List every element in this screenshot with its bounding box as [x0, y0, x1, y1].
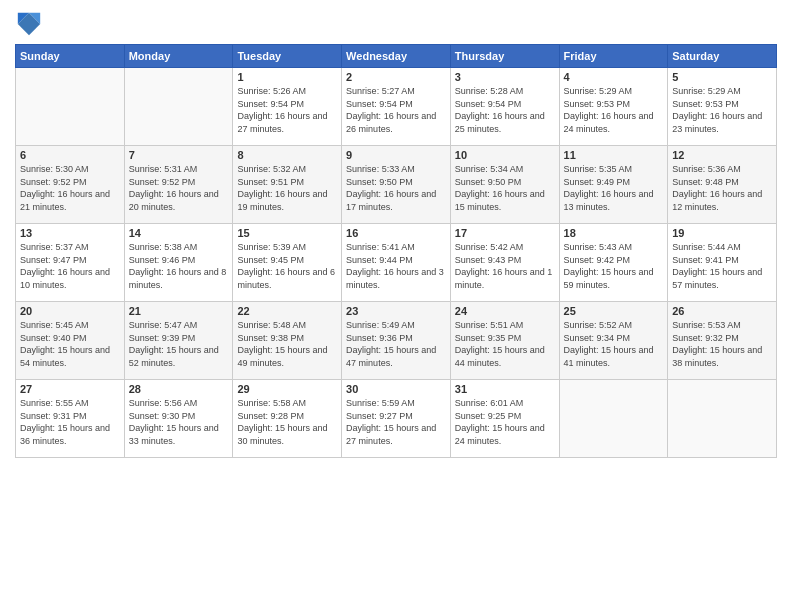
calendar-cell: 29Sunrise: 5:58 AMSunset: 9:28 PMDayligh… — [233, 380, 342, 458]
day-info: Sunrise: 5:45 AMSunset: 9:40 PMDaylight:… — [20, 319, 120, 369]
day-number: 21 — [129, 305, 229, 317]
calendar-cell: 7Sunrise: 5:31 AMSunset: 9:52 PMDaylight… — [124, 146, 233, 224]
calendar-cell — [559, 380, 668, 458]
day-number: 30 — [346, 383, 446, 395]
day-info: Sunrise: 5:38 AMSunset: 9:46 PMDaylight:… — [129, 241, 229, 291]
day-info: Sunrise: 5:37 AMSunset: 9:47 PMDaylight:… — [20, 241, 120, 291]
day-number: 20 — [20, 305, 120, 317]
day-number: 27 — [20, 383, 120, 395]
day-info: Sunrise: 5:43 AMSunset: 9:42 PMDaylight:… — [564, 241, 664, 291]
calendar-cell: 2Sunrise: 5:27 AMSunset: 9:54 PMDaylight… — [342, 68, 451, 146]
day-info: Sunrise: 5:41 AMSunset: 9:44 PMDaylight:… — [346, 241, 446, 291]
calendar-header-row: SundayMondayTuesdayWednesdayThursdayFrid… — [16, 45, 777, 68]
calendar-weekday-monday: Monday — [124, 45, 233, 68]
day-info: Sunrise: 5:58 AMSunset: 9:28 PMDaylight:… — [237, 397, 337, 447]
day-number: 13 — [20, 227, 120, 239]
day-number: 5 — [672, 71, 772, 83]
calendar-cell: 8Sunrise: 5:32 AMSunset: 9:51 PMDaylight… — [233, 146, 342, 224]
day-info: Sunrise: 5:53 AMSunset: 9:32 PMDaylight:… — [672, 319, 772, 369]
day-info: Sunrise: 5:34 AMSunset: 9:50 PMDaylight:… — [455, 163, 555, 213]
day-number: 15 — [237, 227, 337, 239]
calendar-cell: 24Sunrise: 5:51 AMSunset: 9:35 PMDayligh… — [450, 302, 559, 380]
logo-icon — [15, 10, 43, 38]
day-info: Sunrise: 5:35 AMSunset: 9:49 PMDaylight:… — [564, 163, 664, 213]
calendar-cell: 26Sunrise: 5:53 AMSunset: 9:32 PMDayligh… — [668, 302, 777, 380]
calendar-cell: 30Sunrise: 5:59 AMSunset: 9:27 PMDayligh… — [342, 380, 451, 458]
calendar-weekday-thursday: Thursday — [450, 45, 559, 68]
calendar-cell: 22Sunrise: 5:48 AMSunset: 9:38 PMDayligh… — [233, 302, 342, 380]
calendar-cell — [16, 68, 125, 146]
day-info: Sunrise: 5:44 AMSunset: 9:41 PMDaylight:… — [672, 241, 772, 291]
day-info: Sunrise: 5:28 AMSunset: 9:54 PMDaylight:… — [455, 85, 555, 135]
day-info: Sunrise: 5:49 AMSunset: 9:36 PMDaylight:… — [346, 319, 446, 369]
day-info: Sunrise: 5:52 AMSunset: 9:34 PMDaylight:… — [564, 319, 664, 369]
day-number: 25 — [564, 305, 664, 317]
calendar-cell: 25Sunrise: 5:52 AMSunset: 9:34 PMDayligh… — [559, 302, 668, 380]
calendar-cell: 28Sunrise: 5:56 AMSunset: 9:30 PMDayligh… — [124, 380, 233, 458]
day-info: Sunrise: 5:33 AMSunset: 9:50 PMDaylight:… — [346, 163, 446, 213]
calendar-cell: 1Sunrise: 5:26 AMSunset: 9:54 PMDaylight… — [233, 68, 342, 146]
calendar-cell: 13Sunrise: 5:37 AMSunset: 9:47 PMDayligh… — [16, 224, 125, 302]
day-number: 14 — [129, 227, 229, 239]
day-info: Sunrise: 5:42 AMSunset: 9:43 PMDaylight:… — [455, 241, 555, 291]
calendar-weekday-friday: Friday — [559, 45, 668, 68]
day-number: 29 — [237, 383, 337, 395]
day-number: 9 — [346, 149, 446, 161]
calendar-cell: 12Sunrise: 5:36 AMSunset: 9:48 PMDayligh… — [668, 146, 777, 224]
day-info: Sunrise: 5:48 AMSunset: 9:38 PMDaylight:… — [237, 319, 337, 369]
calendar-cell: 9Sunrise: 5:33 AMSunset: 9:50 PMDaylight… — [342, 146, 451, 224]
day-info: Sunrise: 5:30 AMSunset: 9:52 PMDaylight:… — [20, 163, 120, 213]
day-info: Sunrise: 5:39 AMSunset: 9:45 PMDaylight:… — [237, 241, 337, 291]
day-info: Sunrise: 5:51 AMSunset: 9:35 PMDaylight:… — [455, 319, 555, 369]
calendar-weekday-sunday: Sunday — [16, 45, 125, 68]
day-info: Sunrise: 5:32 AMSunset: 9:51 PMDaylight:… — [237, 163, 337, 213]
day-number: 28 — [129, 383, 229, 395]
calendar-cell: 5Sunrise: 5:29 AMSunset: 9:53 PMDaylight… — [668, 68, 777, 146]
calendar-week-row: 6Sunrise: 5:30 AMSunset: 9:52 PMDaylight… — [16, 146, 777, 224]
day-number: 18 — [564, 227, 664, 239]
day-number: 19 — [672, 227, 772, 239]
logo — [15, 10, 47, 38]
day-info: Sunrise: 5:47 AMSunset: 9:39 PMDaylight:… — [129, 319, 229, 369]
day-number: 8 — [237, 149, 337, 161]
day-number: 2 — [346, 71, 446, 83]
page: SundayMondayTuesdayWednesdayThursdayFrid… — [0, 0, 792, 612]
calendar-cell: 14Sunrise: 5:38 AMSunset: 9:46 PMDayligh… — [124, 224, 233, 302]
calendar-cell: 19Sunrise: 5:44 AMSunset: 9:41 PMDayligh… — [668, 224, 777, 302]
day-info: Sunrise: 5:27 AMSunset: 9:54 PMDaylight:… — [346, 85, 446, 135]
calendar-cell: 31Sunrise: 6:01 AMSunset: 9:25 PMDayligh… — [450, 380, 559, 458]
day-number: 17 — [455, 227, 555, 239]
calendar-cell: 15Sunrise: 5:39 AMSunset: 9:45 PMDayligh… — [233, 224, 342, 302]
calendar-cell: 4Sunrise: 5:29 AMSunset: 9:53 PMDaylight… — [559, 68, 668, 146]
calendar-cell: 3Sunrise: 5:28 AMSunset: 9:54 PMDaylight… — [450, 68, 559, 146]
header — [15, 10, 777, 38]
day-number: 11 — [564, 149, 664, 161]
calendar-weekday-tuesday: Tuesday — [233, 45, 342, 68]
day-number: 26 — [672, 305, 772, 317]
day-number: 6 — [20, 149, 120, 161]
calendar-week-row: 27Sunrise: 5:55 AMSunset: 9:31 PMDayligh… — [16, 380, 777, 458]
day-number: 3 — [455, 71, 555, 83]
calendar-weekday-saturday: Saturday — [668, 45, 777, 68]
calendar-cell: 17Sunrise: 5:42 AMSunset: 9:43 PMDayligh… — [450, 224, 559, 302]
day-info: Sunrise: 5:36 AMSunset: 9:48 PMDaylight:… — [672, 163, 772, 213]
day-number: 31 — [455, 383, 555, 395]
day-number: 24 — [455, 305, 555, 317]
day-info: Sunrise: 5:29 AMSunset: 9:53 PMDaylight:… — [564, 85, 664, 135]
day-info: Sunrise: 5:26 AMSunset: 9:54 PMDaylight:… — [237, 85, 337, 135]
day-number: 1 — [237, 71, 337, 83]
calendar-cell: 20Sunrise: 5:45 AMSunset: 9:40 PMDayligh… — [16, 302, 125, 380]
calendar-week-row: 1Sunrise: 5:26 AMSunset: 9:54 PMDaylight… — [16, 68, 777, 146]
calendar-cell: 11Sunrise: 5:35 AMSunset: 9:49 PMDayligh… — [559, 146, 668, 224]
day-info: Sunrise: 6:01 AMSunset: 9:25 PMDaylight:… — [455, 397, 555, 447]
calendar-cell: 21Sunrise: 5:47 AMSunset: 9:39 PMDayligh… — [124, 302, 233, 380]
calendar-cell: 23Sunrise: 5:49 AMSunset: 9:36 PMDayligh… — [342, 302, 451, 380]
calendar-cell — [124, 68, 233, 146]
calendar: SundayMondayTuesdayWednesdayThursdayFrid… — [15, 44, 777, 458]
day-info: Sunrise: 5:31 AMSunset: 9:52 PMDaylight:… — [129, 163, 229, 213]
calendar-weekday-wednesday: Wednesday — [342, 45, 451, 68]
calendar-week-row: 20Sunrise: 5:45 AMSunset: 9:40 PMDayligh… — [16, 302, 777, 380]
day-number: 4 — [564, 71, 664, 83]
calendar-cell: 27Sunrise: 5:55 AMSunset: 9:31 PMDayligh… — [16, 380, 125, 458]
calendar-cell — [668, 380, 777, 458]
